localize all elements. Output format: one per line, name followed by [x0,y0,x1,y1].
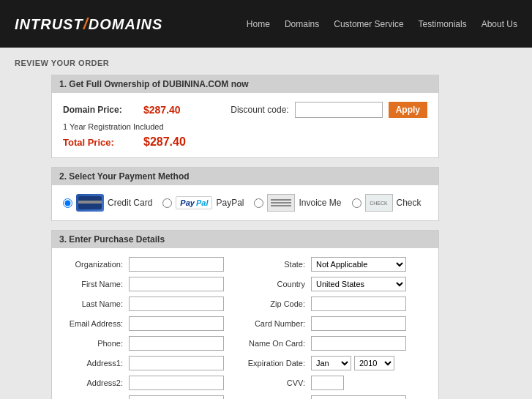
state-row: State: Not Applicable [245,257,420,272]
phone-row: Phone: [63,336,238,351]
lastname-input[interactable] [129,297,224,311]
credit-card-icon [76,194,104,212]
state-label: State: [245,260,311,269]
form-right-col: State: Not Applicable Country United Sta… [245,257,427,399]
nav-testimonials[interactable]: Testimonials [419,19,467,29]
cc-stripe [78,201,102,204]
logo-text: INTRUST/DOMAINS [15,15,162,34]
city-input[interactable] [129,395,224,399]
page-title: REVIEW YOUR ORDER [15,59,517,67]
payment-option-invoice[interactable]: Invoice Me [254,194,341,212]
state-select[interactable]: Not Applicable [311,257,406,272]
firstname-input[interactable] [129,277,224,291]
payment-section: 2. Select Your Payment Method Credit Car… [51,167,439,221]
phone-label: Phone: [63,339,129,348]
currency-row: Currency: USD [245,395,420,399]
currency-select[interactable]: USD [311,395,406,399]
invoice-line [271,202,291,204]
cvv-label: CVV: [245,379,311,387]
nameoncard-row: Name On Card: [245,336,420,351]
domain-price-label: Domain Price: [63,105,143,115]
nav-customer-service[interactable]: Customer Service [334,19,403,29]
address2-label: Address2: [63,379,129,387]
nav-about-us[interactable]: About Us [482,19,517,29]
section1-header: 1. Get Full Ownership of DUBININA.COM no… [52,75,438,93]
invoice-label: Invoice Me [299,198,341,208]
cvv-input[interactable] [311,376,344,390]
check-icon: CHECK [365,194,393,212]
invoice-line [271,199,291,201]
address1-input[interactable] [129,356,224,370]
payment-option-cc[interactable]: Credit Card [63,194,152,212]
cc-label: Credit Card [108,198,152,208]
country-row: Country United States [245,277,420,291]
phone-input[interactable] [129,336,224,351]
paypal-icon: PayPal [176,196,212,209]
email-input[interactable] [129,316,224,331]
paypal-label: PayPal [216,198,244,208]
payment-options: Credit Card PayPal PayPal [63,194,427,212]
radio-cc[interactable] [63,198,72,208]
radio-check[interactable] [352,198,361,208]
radio-paypal[interactable] [162,198,172,208]
lastname-label: Last Name: [63,299,129,308]
section3-header: 3. Enter Purchase Details [52,231,438,248]
logo-brand: INTRUST [15,16,83,32]
nav: Home Domains Customer Service Testimonia… [247,19,517,29]
total-price-row: Total Price: $287.40 [63,135,427,149]
header: INTRUST/DOMAINS Home Domains Customer Se… [0,0,532,48]
org-row: Organization: [63,257,238,272]
firstname-label: First Name: [63,280,129,288]
nav-domains[interactable]: Domains [285,19,319,29]
purchase-form: Organization: First Name: Last Name: Ema… [52,248,438,399]
purchase-details-section: 3. Enter Purchase Details Organization: … [51,230,439,399]
expiration-row: Expiration Date: Jan 2010 [245,356,420,370]
order-section: 1. Get Full Ownership of DUBININA.COM no… [51,75,439,158]
form-grid: Organization: First Name: Last Name: Ema… [63,257,427,399]
logo: INTRUST/DOMAINS [15,15,162,34]
radio-invoice[interactable] [254,198,263,208]
country-select[interactable]: United States [311,277,406,291]
form-left-col: Organization: First Name: Last Name: Ema… [63,257,245,399]
nameoncard-label: Name On Card: [245,339,311,348]
nameoncard-input[interactable] [311,336,406,351]
exp-month-select[interactable]: Jan [311,356,351,370]
invoice-line [271,205,291,206]
firstname-row: First Name: [63,277,238,291]
payment-option-paypal[interactable]: PayPal PayPal [162,196,244,209]
nav-home[interactable]: Home [247,19,270,29]
domain-price-row: Domain Price: $287.40 Discount code: App… [63,102,427,118]
section2-header: 2. Select Your Payment Method [52,168,438,185]
zip-input[interactable] [311,297,406,311]
order-summary: Domain Price: $287.40 Discount code: App… [52,93,438,157]
address2-row: Address2: [63,376,238,390]
payment-options-container: Credit Card PayPal PayPal [52,185,438,220]
expiration-label: Expiration Date: [245,359,311,368]
logo-brand2: DOMAINS [89,16,162,32]
cardnum-input[interactable] [311,316,406,331]
page: REVIEW YOUR ORDER 1. Get Full Ownership … [0,48,532,399]
cc-inner [78,196,102,209]
address2-input[interactable] [129,376,224,390]
logo-slash: / [83,15,89,33]
address1-row: Address1: [63,356,238,370]
expiration-group: Jan 2010 [311,356,394,370]
email-row: Email Address: [63,316,238,331]
payment-option-check[interactable]: CHECK Check [352,194,422,212]
exp-year-select[interactable]: 2010 [354,356,394,370]
total-price-label: Total Price: [63,137,143,148]
included-text: 1 Year Registration Included [63,122,427,131]
domain-price-value: $287.40 [143,104,181,116]
org-input[interactable] [129,257,224,272]
cvv-row: CVV: [245,376,420,390]
address1-label: Address1: [63,359,129,368]
zip-row: Zip Code: [245,297,420,311]
apply-button[interactable]: Apply [389,102,427,118]
discount-input[interactable] [295,102,383,118]
check-label: Check [397,198,422,208]
cardnum-row: Card Number: [245,316,420,331]
invoice-lines [269,197,293,209]
total-price-value: $287.40 [143,135,186,149]
invoice-icon [267,194,295,212]
org-label: Organization: [63,260,129,269]
